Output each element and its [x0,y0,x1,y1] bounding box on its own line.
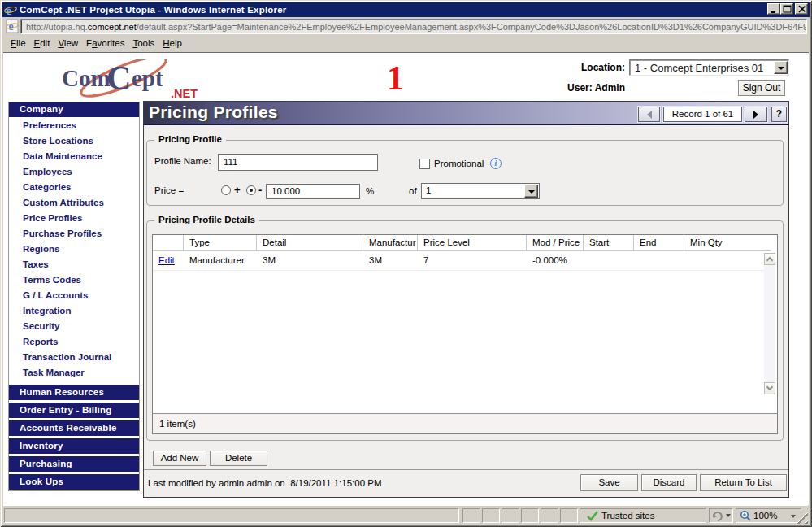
price-minus-radio[interactable] [246,185,256,195]
return-to-list-button[interactable]: Return To List [700,474,787,491]
menu-edit[interactable]: Edit [30,37,54,50]
annotation-number: 1 [387,62,404,94]
menu-help[interactable]: Help [158,37,186,50]
sidebar-section-order-entry-billing[interactable]: Order Entry - Billing [9,403,139,418]
percent-label: % [366,186,374,196]
sidebar-item-security[interactable]: Security [9,319,139,334]
sidebar-item-task-manager[interactable]: Task Manager [9,365,139,381]
menu-view[interactable]: View [54,37,82,50]
info-icon[interactable]: i [490,158,502,169]
sidebar-item-employees[interactable]: Employees [9,164,139,180]
add-new-button[interactable]: Add New [153,451,206,466]
scroll-up-button[interactable] [764,253,775,265]
sidebar-item-purchase-profiles[interactable]: Purchase Profiles [9,226,139,242]
cell-detail: 3M [257,252,363,271]
sidebar-section-company[interactable]: Company [9,102,139,117]
svg-text:ept: ept [132,65,163,91]
sidebar-item-custom-attributes[interactable]: Custom Attributes [9,195,139,211]
sidebar-item-regions[interactable]: Regions [9,242,139,257]
url-input[interactable]: http://utopia.hq.comcept.net/default.asp… [20,19,807,34]
profile-name-input[interactable]: 111 [218,154,378,171]
refresh-shield-icon [712,511,723,522]
sidebar-item-store-locations[interactable]: Store Locations [9,133,139,149]
location-label: Location: [523,62,625,73]
previous-record-button[interactable] [638,107,660,122]
status-segment [521,508,539,523]
profile-name-label: Profile Name: [154,156,211,166]
url-prefix: http://utopia.hq. [26,22,88,32]
sidebar-item-taxes[interactable]: Taxes [9,257,139,272]
sidebar-menu: Company Preferences Store Locations Data… [8,102,140,491]
dropdown-arrow-icon [726,514,731,520]
sidebar-item-data-maintenance[interactable]: Data Maintenance [9,149,139,164]
page-ie-icon: e [5,19,20,33]
sidebar-item-integration[interactable]: Integration [9,303,139,319]
menu-favorites[interactable]: Favorites [82,37,128,50]
table-row: Edit Manufacturer 3M 3M 7 -0.000% [153,252,771,271]
minimize-button[interactable] [767,3,780,15]
help-button[interactable]: ? [771,107,787,122]
sidebar-item-reports[interactable]: Reports [9,334,139,350]
status-bar: Trusted sites 100% [3,505,808,525]
logo-net-text: .NET [171,87,198,100]
sidebar-item-categories[interactable]: Categories [9,180,139,195]
column-header-mod-price: Mod / Price [527,235,584,251]
svg-text:e: e [7,4,12,15]
record-navigation: Record 1 of 61 ? [634,107,787,123]
grid-header-row: Type Detail Manufactur Price Level Mod /… [153,235,771,251]
close-button[interactable] [795,3,808,15]
sidebar-item-gl-accounts[interactable]: G / L Accounts [9,288,139,303]
status-message-panel [4,508,459,523]
save-button[interactable]: Save [580,474,638,491]
location-dropdown-arrow-icon[interactable] [774,61,788,74]
status-segment [502,508,519,523]
zoom-level: 100% [753,509,777,522]
sidebar-item-transaction-journal[interactable]: Transaction Journal [9,350,139,365]
status-segment [560,508,578,523]
user-label: User: Admin [523,82,625,94]
details-grid: Type Detail Manufactur Price Level Mod /… [152,234,778,434]
location-value: 1 - Comcept Enterprises 01 [635,62,763,74]
edit-link[interactable]: Edit [158,255,175,265]
sidebar-section-human-resources[interactable]: Human Resources [9,385,139,400]
delete-button[interactable]: Delete [210,451,267,466]
bottom-divider [144,469,788,470]
sidebar-section-purchasing[interactable]: Purchasing [9,456,139,472]
of-dropdown-arrow-icon[interactable] [524,185,538,198]
maximize-button[interactable] [780,3,793,15]
sidebar-item-preferences[interactable]: Preferences [9,118,139,133]
sidebar-section-look-ups[interactable]: Look Ups [9,474,139,490]
status-segment [462,508,480,523]
zoom-panel[interactable]: 100% [736,508,801,523]
sidebar-item-price-profiles[interactable]: Price Profiles [9,211,139,226]
of-value: 1 [426,185,431,195]
sidebar-item-terms-codes[interactable]: Terms Codes [9,272,139,288]
menu-file[interactable]: File [7,37,30,50]
right-arrow-icon [753,111,758,119]
left-arrow-icon [647,111,652,119]
column-header-detail: Detail [257,235,363,251]
window-titlebar: e ComCept .NET Project Utopia - Windows … [2,2,810,17]
grid-scrollbar[interactable] [764,253,775,394]
of-select[interactable]: 1 [421,183,540,199]
ie-logo-icon: e [4,4,17,15]
sign-out-button[interactable]: Sign Out [738,80,785,96]
location-select[interactable]: 1 - Comcept Enterprises 01 [629,59,789,76]
sidebar-section-accounts-receivable[interactable]: Accounts Receivable [9,420,139,436]
scroll-down-button[interactable] [764,382,775,394]
sidebar-section-inventory[interactable]: Inventory [9,438,139,454]
chevron-down-icon [766,384,773,390]
next-record-button[interactable] [745,107,767,122]
comcept-logo: Com C ept .NET [59,59,229,100]
url-suffix: /default.aspx?StartPage=Maintenance%2FEm… [137,22,807,32]
column-header-manufacturer: Manufactur [363,235,418,251]
promotional-checkbox[interactable] [419,159,430,169]
price-value-input[interactable]: 10.000 [266,184,360,199]
price-plus-radio[interactable] [221,185,231,195]
status-segment [482,508,500,523]
svg-text:Com: Com [62,65,111,91]
menu-tools[interactable]: Tools [128,37,158,50]
plus-label: + [234,184,241,196]
protected-mode-panel[interactable] [709,508,733,523]
discard-button[interactable]: Discard [641,474,697,491]
